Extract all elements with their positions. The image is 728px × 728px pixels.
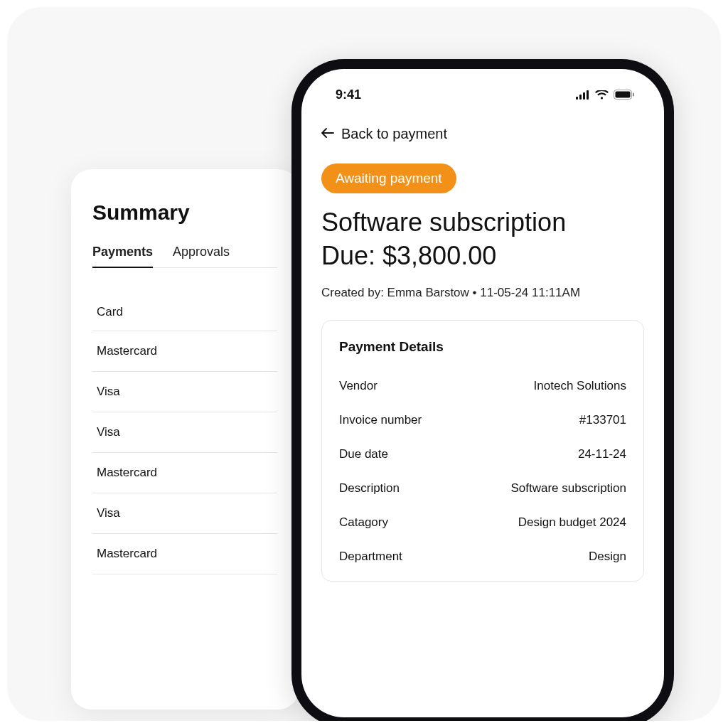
tab-approvals[interactable]: Approvals (173, 245, 230, 267)
summary-card: Summary Payments Approvals Card Masterca… (71, 169, 299, 710)
summary-tabs: Payments Approvals (92, 245, 277, 268)
cellular-signal-icon (576, 90, 590, 100)
detail-value: Inotech Solutions (534, 379, 626, 393)
phone-frame: 9:41 Back to payment (291, 59, 674, 721)
svg-rect-0 (576, 97, 578, 100)
detail-value: Design (589, 550, 626, 564)
canvas: Summary Payments Approvals Card Masterca… (7, 7, 721, 721)
detail-row-description: Description Software subscription (339, 471, 626, 505)
battery-icon (614, 90, 634, 100)
detail-value: 24-11-24 (578, 447, 626, 461)
detail-label: Department (339, 550, 402, 564)
detail-label: Invoice number (339, 413, 422, 427)
table-row[interactable]: Visa (92, 493, 277, 534)
detail-row-due-date: Due date 24-11-24 (339, 437, 626, 471)
detail-value: Design budget 2024 (518, 515, 626, 530)
column-header-card: Card (92, 294, 277, 331)
phone-screen: 9:41 Back to payment (301, 69, 664, 717)
payment-details-heading: Payment Details (339, 339, 626, 355)
back-label: Back to payment (341, 126, 447, 142)
back-to-payment-link[interactable]: Back to payment (321, 126, 644, 142)
summary-title: Summary (92, 200, 277, 225)
title-line-2: Due: $3,800.00 (321, 240, 644, 273)
wifi-icon (595, 90, 609, 100)
svg-rect-2 (583, 92, 585, 100)
svg-rect-3 (587, 90, 589, 100)
detail-row-category: Catagory Design budget 2024 (339, 505, 626, 540)
status-bar: 9:41 (321, 69, 644, 107)
title-line-1: Software subscription (321, 206, 644, 240)
detail-label: Description (339, 481, 400, 496)
svg-rect-1 (579, 95, 582, 100)
detail-row-invoice: Invoice number #133701 (339, 403, 626, 437)
status-time: 9:41 (336, 87, 361, 102)
status-badge: Awaiting payment (321, 164, 456, 193)
status-icons (576, 90, 634, 100)
detail-value: #133701 (579, 413, 626, 427)
svg-rect-5 (616, 92, 631, 98)
table-row[interactable]: Visa (92, 412, 277, 453)
table-row[interactable]: Mastercard (92, 331, 277, 372)
detail-row-vendor: Vendor Inotech Solutions (339, 369, 626, 403)
svg-rect-6 (633, 93, 634, 97)
detail-row-department: Department Design (339, 540, 626, 574)
detail-label: Due date (339, 447, 388, 461)
created-by-line: Created by: Emma Barstow • 11-05-24 11:1… (321, 286, 644, 300)
detail-label: Catagory (339, 515, 388, 530)
arrow-left-icon (321, 126, 334, 142)
page-title: Software subscription Due: $3,800.00 (321, 206, 644, 273)
detail-value: Software subscription (510, 481, 626, 496)
payment-details-card: Payment Details Vendor Inotech Solutions… (321, 320, 644, 582)
table-row[interactable]: Mastercard (92, 453, 277, 493)
tab-payments[interactable]: Payments (92, 245, 153, 268)
detail-label: Vendor (339, 379, 378, 393)
table-row[interactable]: Mastercard (92, 534, 277, 574)
table-row[interactable]: Visa (92, 372, 277, 412)
